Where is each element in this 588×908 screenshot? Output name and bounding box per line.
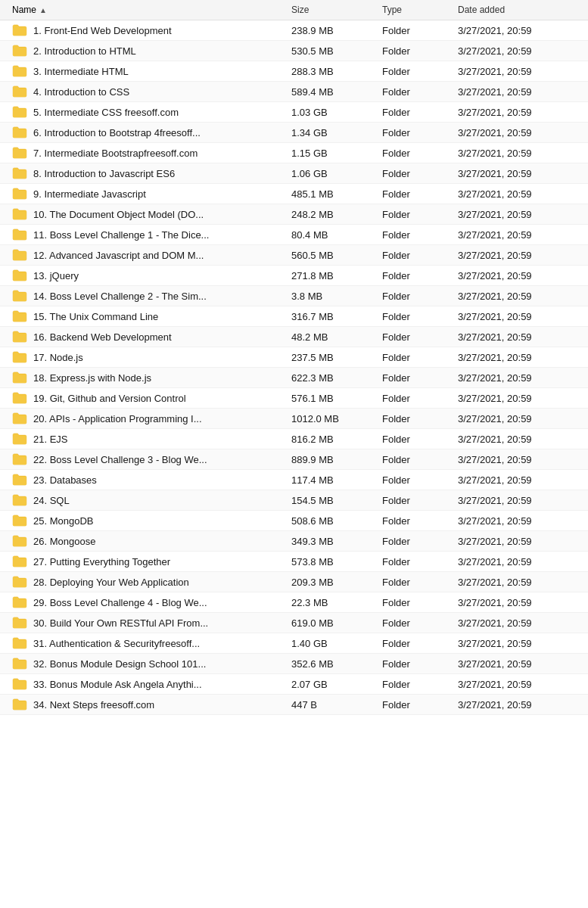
file-size: 573.8 MB <box>291 556 382 568</box>
table-row[interactable]: 16. Backend Web Development 48.2 MB Fold… <box>0 327 588 347</box>
file-type: Folder <box>382 495 458 506</box>
file-name-text: 30. Build Your Own RESTful API From... <box>33 617 208 629</box>
table-row[interactable]: 32. Bonus Module Design School 101... 35… <box>0 654 588 674</box>
table-row[interactable]: 24. SQL 154.5 MB Folder 3/27/2021, 20:59 <box>0 490 588 511</box>
file-size: 485.1 MB <box>291 188 382 200</box>
sort-arrow-icon: ▲ <box>39 6 47 14</box>
file-size: 316.7 MB <box>291 311 382 322</box>
file-type: Folder <box>382 270 458 281</box>
folder-icon <box>12 535 27 547</box>
file-name-text: 12. Advanced Javascript and DOM M... <box>33 250 204 261</box>
header-name[interactable]: Name ▲ <box>12 5 291 15</box>
table-row[interactable]: 26. Mongoose 349.3 MB Folder 3/27/2021, … <box>0 531 588 552</box>
table-row[interactable]: 27. Putting Everything Together 573.8 MB… <box>0 552 588 572</box>
table-row[interactable]: 9. Intermediate Javascript 485.1 MB Fold… <box>0 184 588 204</box>
table-row[interactable]: 29. Boss Level Challenge 4 - Blog We... … <box>0 592 588 613</box>
file-name-text: 14. Boss Level Challenge 2 - The Sim... <box>33 291 207 302</box>
file-name-text: 32. Bonus Module Design School 101... <box>33 658 206 670</box>
folder-icon <box>12 147 27 159</box>
file-date: 3/27/2021, 20:59 <box>458 352 579 363</box>
header-size-label: Size <box>291 5 309 15</box>
file-name-text: 7. Intermediate Bootstrapfreesoff.com <box>33 148 198 159</box>
file-name-cell: 20. APIs - Application Programming I... <box>12 412 291 424</box>
table-row[interactable]: 11. Boss Level Challenge 1 - The Dice...… <box>0 225 588 245</box>
file-date: 3/27/2021, 20:59 <box>458 454 579 465</box>
folder-icon <box>12 392 27 404</box>
file-name-cell: 18. Express.js with Node.js <box>12 372 291 384</box>
file-type: Folder <box>382 372 458 384</box>
file-name-cell: 22. Boss Level Challenge 3 - Blog We... <box>12 453 291 465</box>
file-type: Folder <box>382 658 458 670</box>
table-row[interactable]: 31. Authentication & Securityfreesoff...… <box>0 633 588 654</box>
file-type: Folder <box>382 536 458 547</box>
table-row[interactable]: 3. Intermediate HTML 288.3 MB Folder 3/2… <box>0 61 588 82</box>
table-row[interactable]: 30. Build Your Own RESTful API From... 6… <box>0 613 588 633</box>
file-name-text: 10. The Document Object Model (DO... <box>33 209 204 220</box>
file-date: 3/27/2021, 20:59 <box>458 188 579 200</box>
table-row[interactable]: 10. The Document Object Model (DO... 248… <box>0 204 588 225</box>
file-name-text: 5. Intermediate CSS freesoff.com <box>33 107 179 118</box>
table-header: Name ▲ Size Type Date added <box>0 0 588 20</box>
table-row[interactable]: 20. APIs - Application Programming I... … <box>0 409 588 429</box>
file-type: Folder <box>382 107 458 118</box>
file-name-cell: 5. Intermediate CSS freesoff.com <box>12 106 291 118</box>
table-row[interactable]: 34. Next Steps freesoff.com 447 B Folder… <box>0 695 588 715</box>
file-name-cell: 21. EJS <box>12 433 291 445</box>
file-type: Folder <box>382 250 458 261</box>
header-name-label: Name <box>12 5 36 15</box>
table-row[interactable]: 15. The Unix Command Line 316.7 MB Folde… <box>0 306 588 327</box>
table-row[interactable]: 7. Intermediate Bootstrapfreesoff.com 1.… <box>0 143 588 163</box>
table-row[interactable]: 19. Git, Github and Version Control 576.… <box>0 388 588 409</box>
file-type: Folder <box>382 86 458 98</box>
file-name-cell: 7. Intermediate Bootstrapfreesoff.com <box>12 147 291 159</box>
file-name-text: 16. Backend Web Development <box>33 331 172 343</box>
file-size: 447 B <box>291 699 382 711</box>
file-size: 1.40 GB <box>291 638 382 649</box>
table-row[interactable]: 33. Bonus Module Ask Angela Anythi... 2.… <box>0 674 588 695</box>
file-name-text: 2. Introduction to HTML <box>33 45 136 57</box>
table-row[interactable]: 18. Express.js with Node.js 622.3 MB Fol… <box>0 368 588 388</box>
file-name-cell: 16. Backend Web Development <box>12 331 291 343</box>
file-date: 3/27/2021, 20:59 <box>458 638 579 649</box>
file-size: 237.5 MB <box>291 352 382 363</box>
file-type: Folder <box>382 413 458 424</box>
table-row[interactable]: 22. Boss Level Challenge 3 - Blog We... … <box>0 449 588 470</box>
file-name-text: 11. Boss Level Challenge 1 - The Dice... <box>33 229 209 241</box>
file-type: Folder <box>382 699 458 711</box>
folder-icon <box>12 229 27 241</box>
file-name-text: 33. Bonus Module Ask Angela Anythi... <box>33 679 202 690</box>
header-type[interactable]: Type <box>382 5 458 15</box>
file-name-text: 17. Node.js <box>33 352 83 363</box>
header-date[interactable]: Date added <box>458 5 579 15</box>
file-date: 3/27/2021, 20:59 <box>458 699 579 711</box>
file-name-text: 4. Introduction to CSS <box>33 86 129 98</box>
folder-icon <box>12 24 27 36</box>
header-size[interactable]: Size <box>291 5 382 15</box>
file-name-text: 34. Next Steps freesoff.com <box>33 699 154 711</box>
table-row[interactable]: 13. jQuery 271.8 MB Folder 3/27/2021, 20… <box>0 266 588 286</box>
file-type: Folder <box>382 474 458 486</box>
file-name-text: 19. Git, Github and Version Control <box>33 393 186 404</box>
table-row[interactable]: 4. Introduction to CSS 589.4 MB Folder 3… <box>0 82 588 102</box>
table-row[interactable]: 1. Front-End Web Development 238.9 MB Fo… <box>0 20 588 41</box>
table-row[interactable]: 28. Deploying Your Web Application 209.3… <box>0 572 588 592</box>
file-name-cell: 19. Git, Github and Version Control <box>12 392 291 404</box>
table-row[interactable]: 17. Node.js 237.5 MB Folder 3/27/2021, 2… <box>0 347 588 368</box>
table-row[interactable]: 21. EJS 816.2 MB Folder 3/27/2021, 20:59 <box>0 429 588 449</box>
table-row[interactable]: 12. Advanced Javascript and DOM M... 560… <box>0 245 588 266</box>
file-date: 3/27/2021, 20:59 <box>458 107 579 118</box>
table-row[interactable]: 5. Intermediate CSS freesoff.com 1.03 GB… <box>0 102 588 123</box>
file-date: 3/27/2021, 20:59 <box>458 331 579 343</box>
file-name-text: 27. Putting Everything Together <box>33 556 170 568</box>
file-name-cell: 13. jQuery <box>12 269 291 281</box>
folder-icon <box>12 555 27 568</box>
table-row[interactable]: 14. Boss Level Challenge 2 - The Sim... … <box>0 286 588 306</box>
table-row[interactable]: 25. MongoDB 508.6 MB Folder 3/27/2021, 2… <box>0 511 588 531</box>
table-row[interactable]: 6. Introduction to Bootstrap 4freesoff..… <box>0 123 588 143</box>
file-date: 3/27/2021, 20:59 <box>458 291 579 302</box>
file-type: Folder <box>382 434 458 445</box>
table-row[interactable]: 8. Introduction to Javascript ES6 1.06 G… <box>0 163 588 184</box>
table-row[interactable]: 2. Introduction to HTML 530.5 MB Folder … <box>0 41 588 61</box>
table-row[interactable]: 23. Databases 117.4 MB Folder 3/27/2021,… <box>0 470 588 490</box>
file-date: 3/27/2021, 20:59 <box>458 474 579 486</box>
